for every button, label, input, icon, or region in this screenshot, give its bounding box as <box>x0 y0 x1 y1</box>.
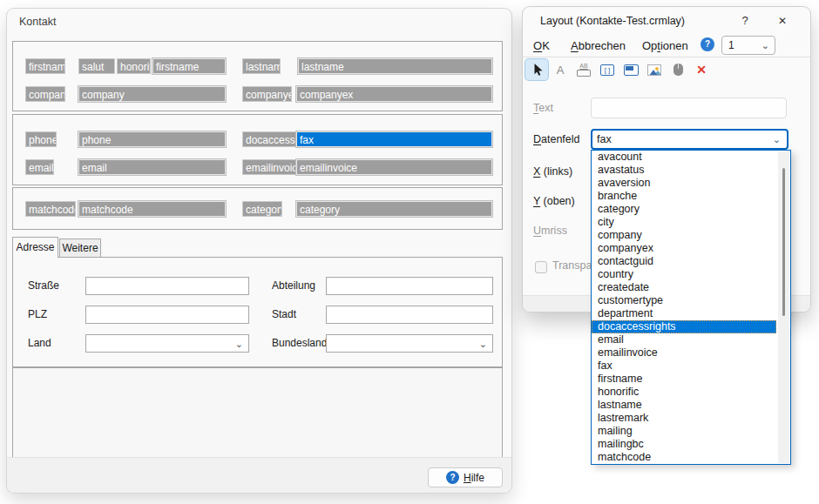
dropdown-item[interactable]: fax <box>592 360 776 373</box>
field-lastname[interactable]: lastname <box>298 58 492 74</box>
letter-a-icon: A <box>557 64 565 77</box>
image-tool-button[interactable] <box>643 59 666 80</box>
delete-x-icon: ✕ <box>696 64 707 76</box>
dropdown-item[interactable]: mailing <box>592 425 776 438</box>
tab-weitere[interactable]: Weitere <box>59 239 101 257</box>
chevron-down-icon: ⌄ <box>761 37 769 53</box>
label-icon: AB <box>577 63 591 77</box>
kontakt-window-title: Kontakt <box>19 16 56 28</box>
dropdown-item[interactable]: honorific <box>592 386 776 399</box>
chip-email-label[interactable]: email <box>25 159 54 175</box>
x-links-label: X (links) <box>533 165 572 178</box>
help-button[interactable]: ? Hilfe <box>428 467 503 487</box>
kontakt-window: Kontakt firstname salut honorific firstn… <box>7 9 511 493</box>
mouse-tool-button[interactable] <box>667 59 689 80</box>
field-email[interactable]: email <box>78 159 226 175</box>
address-panel <box>12 257 503 367</box>
text-label: Text <box>533 97 553 118</box>
field-firstname[interactable]: firstname <box>152 58 226 74</box>
mouse-icon <box>673 64 683 76</box>
brackets-icon: [ ] <box>600 64 614 76</box>
datenfeld-label: Datenfeld <box>533 129 580 150</box>
field-matchcode[interactable]: matchcode <box>78 201 226 217</box>
help-circle-icon[interactable]: ? <box>701 37 714 51</box>
dropdown-item[interactable]: country <box>592 268 776 281</box>
chip-honorific[interactable]: honorific <box>117 58 151 74</box>
help-icon: ? <box>446 471 459 484</box>
datenfeld-dropdown-list: avacount avastatus avaversion branche ca… <box>591 150 791 465</box>
chip-category-label[interactable]: category <box>242 201 282 217</box>
editbox-tool-button[interactable]: [ ] <box>596 59 619 80</box>
field-company[interactable]: company <box>78 86 226 102</box>
image-icon <box>647 64 661 76</box>
text-input[interactable] <box>591 97 787 118</box>
help-button-label: Hilfe <box>464 472 484 484</box>
field-companyex[interactable]: companyex <box>296 86 492 102</box>
menu-item-ok[interactable]: OK <box>533 38 550 54</box>
chip-docaccessrights-label[interactable]: docaccessrights <box>242 131 296 147</box>
field-phone[interactable]: phone <box>78 131 226 147</box>
chip-companyex-label[interactable]: companyex <box>242 86 292 102</box>
field-emailinvoice[interactable]: emailinvoice <box>296 159 492 175</box>
delete-tool-button[interactable]: ✕ <box>690 59 713 80</box>
chip-lastname-label[interactable]: lastname <box>242 58 281 74</box>
screen: Kontakt firstname salut honorific firstn… <box>0 0 819 504</box>
datenfeld-combobox[interactable]: fax ⌄ <box>591 129 789 150</box>
dropdown-item[interactable]: company <box>592 229 776 242</box>
chip-salut[interactable]: salut <box>78 58 115 74</box>
dropdown-item[interactable]: category <box>592 203 776 216</box>
dropdown-item[interactable]: contactguid <box>592 255 776 268</box>
dropdown-item[interactable]: lastname <box>592 399 776 412</box>
tab-adresse[interactable]: Adresse <box>12 237 58 258</box>
dropdown-item[interactable]: email <box>592 333 776 346</box>
dropdown-item[interactable]: avaversion <box>592 177 776 190</box>
dropdown-item[interactable]: customertype <box>592 294 776 307</box>
combobox-tool-button[interactable] <box>619 59 642 80</box>
zoom-combobox[interactable]: 1 ⌄ <box>721 36 775 55</box>
remark-box[interactable] <box>12 367 503 458</box>
label-tool-button[interactable]: AB <box>572 59 595 80</box>
dropdown-item[interactable]: mailingbc <box>592 438 776 451</box>
dropdown-item[interactable]: avacount <box>592 151 776 164</box>
zoom-value: 1 <box>728 39 734 51</box>
chip-firstname-label[interactable]: firstname <box>25 58 65 74</box>
dropdown-item[interactable]: firstname <box>592 373 776 386</box>
field-fax-selected[interactable]: fax <box>296 131 492 147</box>
dropdown-item[interactable]: matchcode <box>592 451 776 464</box>
designer-toolbar: A AB [ ] ✕ <box>523 57 810 84</box>
dropdown-item[interactable]: branche <box>592 190 776 203</box>
umriss-label: Umriss <box>533 225 567 237</box>
chip-emailinvoice-label[interactable]: emailinvoice <box>242 159 296 175</box>
select-tool-button[interactable] <box>525 59 548 80</box>
dropdown-scrollbar-thumb[interactable] <box>782 168 785 316</box>
menu-item-abbrechen[interactable]: Abbrechen <box>571 38 626 54</box>
close-icon[interactable]: ✕ <box>775 13 790 29</box>
dropdown-item[interactable]: city <box>592 216 776 229</box>
chip-matchcode-label[interactable]: matchcode <box>25 201 76 217</box>
y-oben-label: Y (oben) <box>533 195 575 207</box>
dropdown-item[interactable]: companyex <box>592 242 776 255</box>
transparent-checkbox[interactable] <box>535 261 547 273</box>
chip-phone-label[interactable]: phone <box>25 131 57 147</box>
dropdown-item-selected[interactable]: docaccessrights <box>592 320 776 333</box>
chevron-down-icon: ⌄ <box>773 131 781 147</box>
dropdown-item[interactable]: emailinvoice <box>592 346 776 360</box>
dropdown-item[interactable]: createdate <box>592 281 776 294</box>
text-tool-button[interactable]: A <box>549 59 572 80</box>
chip-company-label[interactable]: company <box>25 86 65 102</box>
dropdown-item[interactable]: lastremark <box>592 412 776 425</box>
field-category[interactable]: category <box>296 201 492 217</box>
titlebar-help-icon[interactable]: ? <box>737 13 753 29</box>
dropdown-item[interactable]: department <box>592 307 776 320</box>
combobox-icon <box>624 64 639 76</box>
cursor-icon <box>531 63 544 77</box>
datenfeld-value: fax <box>597 133 612 145</box>
menu-item-optionen[interactable]: Optionen <box>642 38 688 54</box>
dialog-title: Layout (Kontakte-Test.crmlay) <box>540 15 685 27</box>
dropdown-item[interactable]: avastatus <box>592 164 776 177</box>
